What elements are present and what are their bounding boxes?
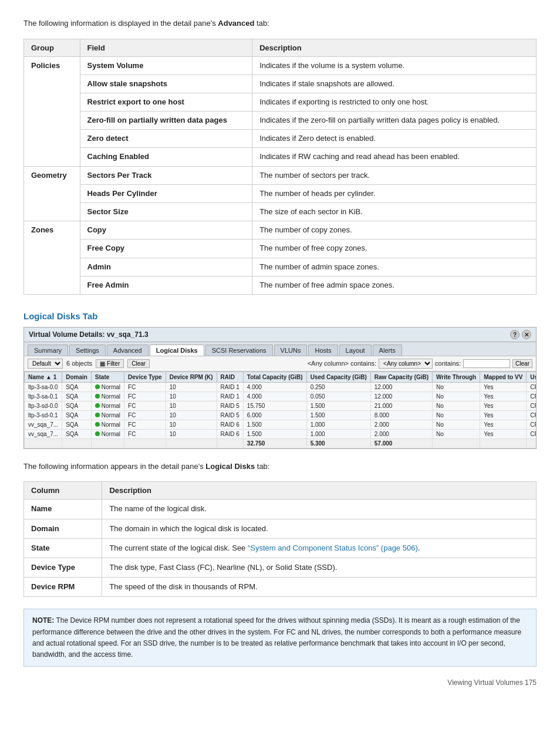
description-cell: The number of heads per cylinder. xyxy=(252,184,537,202)
col-desc-column-name: Domain xyxy=(24,519,102,538)
table-row: Caching EnabledIndicates if RW caching a… xyxy=(24,148,537,166)
field-cell: Caching Enabled xyxy=(80,148,252,166)
vv-table-cell: 10 xyxy=(166,382,217,391)
vv-table-cell: 12.000 xyxy=(370,391,432,401)
vv-icon-help[interactable]: ? xyxy=(510,330,519,339)
col-desc-row: StateThe current state of the logical di… xyxy=(24,538,537,558)
vv-table-cell: 1.500 xyxy=(306,401,370,410)
col-desc-column-name: Device Type xyxy=(24,558,102,578)
vv-filter-button[interactable]: ▦ Filter xyxy=(96,359,124,368)
col-desc-row: DomainThe domain in which the logical di… xyxy=(24,519,537,538)
vv-col-header: Write Through xyxy=(433,372,480,382)
vv-table-cell: FC xyxy=(124,401,166,410)
vv-table-cell: ltp-3-sa-0.0 xyxy=(25,382,62,391)
vv-footer-cell: 32.750 xyxy=(243,438,306,448)
vv-search-input[interactable] xyxy=(463,359,510,368)
description-cell: The number of free admin space zones. xyxy=(252,276,537,294)
vv-table-cell: CPG User xyxy=(527,420,536,429)
vv-tab-summary[interactable]: Summary xyxy=(28,345,68,356)
col-field-header: Field xyxy=(80,39,252,56)
col-desc-col-header: Column xyxy=(24,482,102,499)
vv-table-cell: No xyxy=(433,382,480,391)
vv-table-row: ltp-3-sd-0.0SQANormalFC10RAID 515.7501.5… xyxy=(25,401,537,410)
description-cell: Indicates if the zero-fill on partially … xyxy=(252,112,537,130)
vv-filter-select[interactable]: Default xyxy=(28,359,63,369)
description-cell: The number of copy zones. xyxy=(252,221,537,239)
vv-table-cell: No xyxy=(433,391,480,401)
advanced-info-table: Group Field Description PoliciesSystem V… xyxy=(23,39,537,295)
vv-table-cell: vv_sqa_7... xyxy=(25,420,62,429)
vv-table-cell: 10 xyxy=(166,410,217,420)
field-cell: Zero-fill on partially written data page… xyxy=(80,112,252,130)
vv-tab-settings[interactable]: Settings xyxy=(69,345,106,356)
vv-footer-cell xyxy=(480,438,527,448)
vv-clear-button[interactable]: Clear xyxy=(127,359,150,368)
vv-table-cell: 1.500 xyxy=(243,429,306,438)
vv-col-header: Used Capacity (GiB) xyxy=(306,372,370,382)
col-desc-link[interactable]: “System and Component Status Icons” (pag… xyxy=(248,544,418,552)
vv-col-header: Domain xyxy=(62,372,92,382)
vv-table-cell: 21.000 xyxy=(370,401,432,410)
vv-tab-scsi-reservations[interactable]: SCSI Reservations xyxy=(205,345,273,356)
vv-col-header: Device Type xyxy=(124,372,166,382)
table-row: Allow stale snapshotsIndicates if stale … xyxy=(24,75,537,93)
vv-titlebar: Virtual Volume Details: vv_sqa_71.3 ? ✕ xyxy=(24,328,536,342)
table-row: Free CopyThe number of free copy zones. xyxy=(24,239,537,258)
vv-table-cell: Normal xyxy=(91,401,124,410)
vv-data-table: Name ▲ 1DomainStateDevice TypeDevice RPM… xyxy=(24,372,536,448)
vv-tab-advanced[interactable]: Advanced xyxy=(107,345,149,356)
vv-search-clear-button[interactable]: Clear xyxy=(512,359,532,368)
vv-footer-cell xyxy=(433,438,480,448)
table-row: Sector SizeThe size of each sector in Ki… xyxy=(24,203,537,221)
vv-icon-close[interactable]: ✕ xyxy=(522,330,531,339)
vv-table-cell: 10 xyxy=(166,391,217,401)
vv-table-cell: CPG Data xyxy=(527,410,536,420)
lower-intro-text-before: The following information appears in the… xyxy=(23,462,205,471)
logical-disks-heading: Logical Disks Tab xyxy=(23,311,537,321)
vv-table-cell: 6.000 xyxy=(243,410,306,420)
intro-text-after: tab: xyxy=(254,19,269,28)
vv-table-cell: CPG Admin xyxy=(527,391,536,401)
vv-tab-alerts[interactable]: Alerts xyxy=(373,345,402,356)
vv-table-cell: 2.000 xyxy=(370,429,432,438)
vv-col-header: RAID xyxy=(217,372,243,382)
vv-table-cell: No xyxy=(433,429,480,438)
vv-contains-label: contains: xyxy=(435,360,461,367)
col-desc-column-name: Name xyxy=(24,499,102,519)
vv-table-cell: No xyxy=(433,410,480,420)
vv-table-cell: CPG User xyxy=(527,429,536,438)
vv-col-header: Usage xyxy=(527,372,536,382)
vv-col-header: State xyxy=(91,372,124,382)
field-cell: Restrict export to one host xyxy=(80,93,252,111)
vv-table-cell: 1.500 xyxy=(306,410,370,420)
vv-tab-hosts[interactable]: Hosts xyxy=(308,345,338,356)
note-text: The Device RPM number does not represent… xyxy=(32,616,521,659)
description-cell: Indicates if Zero detect is enabled. xyxy=(252,130,537,148)
vv-search-column-select[interactable]: <Any column> xyxy=(379,359,433,369)
vv-tab-layout[interactable]: Layout xyxy=(339,345,372,356)
vv-table-cell: Yes xyxy=(480,410,527,420)
vv-col-header: Mapped to VV xyxy=(480,372,527,382)
vv-col-header: Device RPM (K) xyxy=(166,372,217,382)
vv-table-cell: 0.050 xyxy=(306,391,370,401)
vv-table-cell: 10 xyxy=(166,420,217,429)
vv-table-cell: FC xyxy=(124,429,166,438)
vv-footer-cell xyxy=(124,438,166,448)
vv-table-cell: 4.000 xyxy=(243,382,306,391)
vv-table-cell: RAID 1 xyxy=(217,391,243,401)
vv-tab-vluns[interactable]: VLUNs xyxy=(274,345,308,356)
vv-titlebar-icons: ? ✕ xyxy=(510,330,531,339)
group-cell: Zones xyxy=(24,221,80,295)
table-row: ZonesCopyThe number of copy zones. xyxy=(24,221,537,239)
col-desc-description: The domain in which the logical disk is … xyxy=(102,519,537,538)
vv-table-cell: 15.750 xyxy=(243,401,306,410)
vv-title: Virtual Volume Details: vv_sqa_71.3 xyxy=(29,330,149,339)
vv-table-cell: FC xyxy=(124,382,166,391)
table-row: AdminThe number of admin space zones. xyxy=(24,258,537,276)
intro-text-before: The following information is displayed i… xyxy=(23,19,218,28)
vv-col-header: Name ▲ 1 xyxy=(25,372,62,382)
vv-tab-logical-disks[interactable]: Logical Disks xyxy=(150,345,204,356)
col-desc-table: Column Description NameThe name of the l… xyxy=(23,481,537,597)
vv-col-header: Total Capacity (GiB) xyxy=(243,372,306,382)
vv-table-footer-row: 32.7505.30057.000 xyxy=(25,438,537,448)
